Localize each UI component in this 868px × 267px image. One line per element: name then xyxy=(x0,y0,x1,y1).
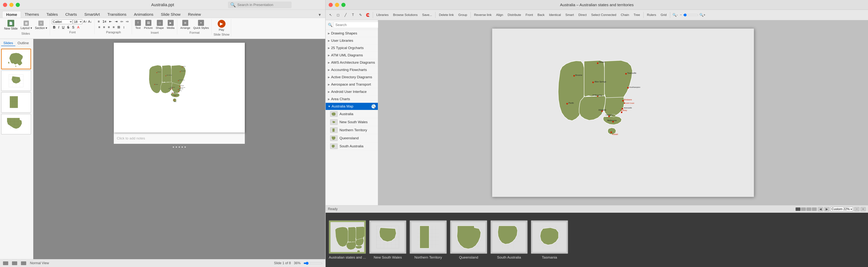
bold-btn[interactable]: B xyxy=(52,25,57,30)
right-canvas[interactable]: Perth Townsville Darwin Alice Springs Ro… xyxy=(492,28,754,197)
notes-view-btn[interactable] xyxy=(21,261,26,265)
select-connected-btn[interactable]: Select Connected xyxy=(589,12,618,18)
direct-btn[interactable]: Direct xyxy=(577,12,588,18)
thumb-item-3[interactable]: Northern Territory xyxy=(409,220,447,260)
maximize-button[interactable] xyxy=(16,3,20,7)
font-increase-btn[interactable]: A↑ xyxy=(83,20,87,24)
bullets-btn[interactable]: ≡ xyxy=(97,19,101,24)
right-close-btn[interactable] xyxy=(329,3,333,7)
justify-btn[interactable]: ≡ xyxy=(112,25,116,30)
quick-styles-btn[interactable]: ✦ Quick Styles xyxy=(192,19,210,30)
tab-tables[interactable]: Tables xyxy=(43,11,62,18)
notes-area[interactable]: Click to add notes xyxy=(114,132,245,144)
columns-btn[interactable]: ⊞ xyxy=(116,25,121,30)
distribute-btn[interactable]: Distribute xyxy=(506,12,523,18)
delete-link-btn[interactable]: Delete link xyxy=(437,12,456,18)
numbering-btn[interactable]: 1≡ xyxy=(101,19,107,24)
section-orgcharts[interactable]: ▶ 25 Typical Orgcharts xyxy=(326,44,378,52)
slide-canvas[interactable]: Perth Townsville Darwin Alice Springs Ro… xyxy=(114,43,245,132)
thumb-item-2[interactable]: New South Wales xyxy=(369,220,406,260)
line-spacing-btn[interactable]: ↕ xyxy=(122,25,126,30)
thumb-item-5[interactable]: South Australia xyxy=(490,220,528,260)
section-active-directory[interactable]: ▶ Active Directory Diagrams xyxy=(326,73,378,81)
right-max-btn[interactable] xyxy=(341,3,345,7)
underline-btn[interactable]: U xyxy=(61,25,65,30)
view-mode-page[interactable] xyxy=(806,207,811,211)
thumb-item-4[interactable]: Queensland xyxy=(450,220,487,260)
play-btn[interactable]: ▶ Play xyxy=(217,19,227,32)
close-button[interactable] xyxy=(3,3,7,7)
tab-slides[interactable]: Slides xyxy=(1,40,16,46)
decrease-indent-btn[interactable]: ⇤ xyxy=(108,19,113,24)
zoom-slider-right[interactable] xyxy=(683,13,698,17)
section-australia-map[interactable]: ▼ Australia Map 🔍 xyxy=(326,103,378,110)
shape-tool[interactable]: ◻ xyxy=(335,11,341,18)
normal-view-btn[interactable] xyxy=(3,261,8,265)
shape-item-australia[interactable]: Australia xyxy=(326,110,378,118)
picture-btn[interactable]: 🖼 Picture xyxy=(143,19,154,30)
slide-thumb-2[interactable] xyxy=(1,70,31,91)
zoom-in-toolbar[interactable]: 🔍+ xyxy=(699,11,706,18)
search-bar[interactable]: 🔍 xyxy=(228,1,291,8)
reverse-link-btn[interactable]: Reverse link xyxy=(472,12,494,18)
slide-sorter-btn[interactable] xyxy=(12,261,17,265)
smart-btn[interactable]: Smart xyxy=(563,12,576,18)
pointer-tool[interactable]: ↖ xyxy=(327,11,334,18)
next-page-btn[interactable]: ▶ xyxy=(824,207,830,211)
section-android[interactable]: ▶ Android User Interface xyxy=(326,88,378,95)
zoom-inc-btn[interactable]: + xyxy=(861,207,866,211)
tree-btn[interactable]: Tree xyxy=(632,12,642,18)
zoom-dec-btn[interactable]: − xyxy=(854,207,859,211)
view-mode-pages[interactable] xyxy=(812,207,817,211)
text-tool[interactable]: T xyxy=(350,11,356,18)
grid-btn[interactable]: Grid xyxy=(659,12,669,18)
magnet-tool[interactable]: 🧲 xyxy=(365,11,371,18)
shape-item-queensland[interactable]: Queensland xyxy=(326,134,378,142)
prev-page-btn[interactable]: ◀ xyxy=(818,207,823,211)
shape-item-sa[interactable]: South Australia xyxy=(326,142,378,150)
arrange-btn[interactable]: ⊞ Arrange xyxy=(179,19,191,30)
section-accounting[interactable]: ▶ Accounting Flowcharts xyxy=(326,66,378,73)
shape-btn[interactable]: ◻ Shape xyxy=(155,19,165,30)
font-family-select[interactable]: Calibri xyxy=(52,19,72,24)
section-user-libraries[interactable]: ▶ User Libraries xyxy=(326,37,378,44)
rtl-btn[interactable]: ⇦ xyxy=(119,19,124,24)
section-atm-uml[interactable]: ▶ ATM UML Diagrams xyxy=(326,52,378,59)
group-btn[interactable]: Group xyxy=(457,12,469,18)
tab-charts[interactable]: Charts xyxy=(62,11,81,18)
font-color-btn[interactable]: A xyxy=(76,25,81,30)
slide-thumb-1[interactable] xyxy=(1,49,31,69)
tab-themes[interactable]: Themes xyxy=(21,11,43,18)
align-right-btn[interactable]: ≡ xyxy=(107,25,111,30)
identical-btn[interactable]: Identical xyxy=(547,12,563,18)
shapes-search-input[interactable] xyxy=(333,22,382,28)
tab-outline[interactable]: Outline xyxy=(16,40,31,46)
view-mode-full[interactable] xyxy=(801,207,806,211)
tab-home[interactable]: Home xyxy=(2,11,21,18)
ltr-btn[interactable]: ⇨ xyxy=(125,19,130,24)
zoom-select[interactable]: Custom 22% 100% 50% 25% xyxy=(831,207,853,211)
font-decrease-btn[interactable]: A↓ xyxy=(88,20,92,24)
libraries-btn[interactable]: Libraries xyxy=(374,12,391,18)
minimize-button[interactable] xyxy=(9,3,13,7)
media-btn[interactable]: ▶ Media xyxy=(166,19,176,30)
section-aerospace[interactable]: ▶ Aerospace and Transport xyxy=(326,81,378,88)
tab-review[interactable]: Review xyxy=(184,11,205,18)
pen-tool[interactable]: ✎ xyxy=(357,11,364,18)
text-insert-btn[interactable]: T Text xyxy=(134,19,142,30)
tab-animations[interactable]: Animations xyxy=(130,11,157,18)
front-btn[interactable]: Front xyxy=(524,12,535,18)
line-tool[interactable]: ╱ xyxy=(342,11,349,18)
italic-btn[interactable]: I xyxy=(57,25,60,30)
right-min-btn[interactable] xyxy=(335,3,339,7)
strikethrough-btn[interactable]: S̶ xyxy=(66,25,70,30)
tab-smartart[interactable]: SmartArt xyxy=(81,11,104,18)
slide-thumb-3[interactable] xyxy=(1,92,31,113)
thumb-item-6[interactable]: Tasmania xyxy=(531,220,568,260)
search-input[interactable] xyxy=(237,3,282,7)
rulers-btn[interactable]: Rulers xyxy=(645,12,658,18)
tab-slideshow[interactable]: Slide Show xyxy=(157,11,184,18)
back-btn[interactable]: Back xyxy=(536,12,547,18)
layout-btn[interactable]: ▦ Layout ▾ xyxy=(20,20,33,31)
increase-indent-btn[interactable]: ⇥ xyxy=(114,19,119,24)
